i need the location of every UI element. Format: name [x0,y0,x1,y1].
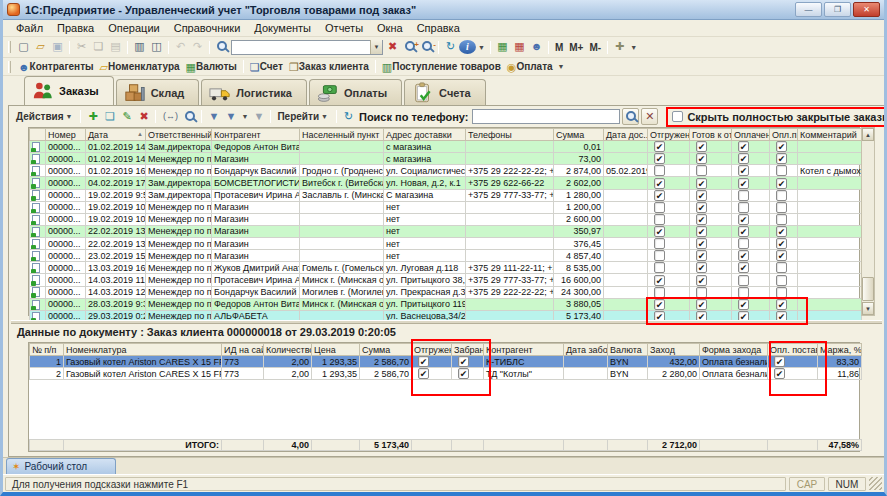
orders-column-header[interactable]: Адрес доставки [384,129,466,141]
users-icon[interactable]: ☻ [528,39,545,55]
paid-supplier-checkbox[interactable]: ✔ [776,238,787,249]
edit-icon[interactable]: ✎ [118,109,135,125]
paid-checkbox[interactable] [738,275,749,286]
paid-supplier-checkbox[interactable]: ✔ [776,178,787,189]
detail-column-header[interactable]: Форма захода [700,344,768,356]
dropdown-caret-icon[interactable]: ▼ [241,113,248,120]
order-row[interactable]: 00000...14.03.2019 11:...Менеждер по пр.… [30,274,862,286]
shipped-checkbox[interactable] [654,250,665,261]
close-button[interactable]: ✕ [853,2,880,17]
client-order-button[interactable]: ❐Заказ клиента [286,60,372,74]
hide-closed-checkbox-box[interactable] [672,111,683,122]
orders-column-header[interactable]: Ответственный [146,129,212,141]
paid-supplier-checkbox[interactable]: ✔ [776,299,787,310]
paid-checkbox[interactable]: ✔ [738,299,749,310]
paid-checkbox[interactable]: ✔ [738,250,749,261]
paid-supplier-checkbox[interactable]: ✔ [776,153,787,164]
phone-search-clear-icon[interactable]: ✕ [641,108,658,125]
dropdown-caret-icon[interactable]: ▼ [630,44,637,51]
tab-5[interactable]: Счета [404,79,486,105]
clear-search-icon[interactable]: ✖ [384,39,401,55]
shipped-checkbox[interactable]: ✔ [654,153,665,164]
shipped-checkbox[interactable]: ✔ [418,356,429,367]
order-row[interactable]: 00000...23.02.2019 15:...Менеждер по пр.… [30,250,862,262]
shipped-checkbox[interactable]: ✔ [418,368,429,379]
detail-row[interactable]: 2Газовый котел Ariston CARES X 15 FF7732… [30,368,862,380]
combo-dropdown-icon[interactable]: ▼ [370,40,382,54]
paid-checkbox[interactable]: ✔ [738,226,749,237]
desktop-window-tab[interactable]: ✶ Рабочий стол [6,458,116,474]
orders-column-header[interactable]: Комментарий [798,129,862,141]
menu-item-8[interactable]: Справка [410,21,467,35]
currencies-button[interactable]: ▦Валюты [183,60,240,74]
ready-to-ship-checkbox[interactable]: ✔ [696,190,707,201]
orders-column-header[interactable]: Номер [46,129,86,141]
vertical-scrollbar[interactable]: ▲ ▼ [861,127,875,316]
menu-item-5[interactable]: Документы [247,21,318,35]
paid-checkbox[interactable]: ✔ [738,153,749,164]
calc-m-minus-button[interactable]: M- [586,41,604,54]
orders-column-header[interactable]: Отгружен [648,129,690,141]
payment-button[interactable]: ◉Оплата [504,60,556,74]
order-row[interactable]: 00000...14.03.2019 12:...Менеждер по пр.… [30,286,862,298]
paid-checkbox[interactable] [738,190,749,201]
actions-button[interactable]: Действия▼ [13,110,77,123]
orders-column-header[interactable]: Дата дос... [604,129,648,141]
info-icon[interactable]: i [459,40,476,54]
order-row[interactable]: 00000...19.02.2019 9:5...Зам.директораПр… [30,189,862,201]
order-row[interactable]: 00000...01.02.2019 16:...Менеждер по пр.… [30,165,862,177]
paid-supplier-checkbox[interactable] [776,262,787,273]
order-row[interactable]: 00000...22.02.2019 13:...Менеждер по пр.… [30,225,862,237]
orders-column-header[interactable]: Оплачен [732,129,770,141]
paste-icon[interactable]: ▤ [107,39,124,55]
detail-column-header[interactable]: Цена [312,344,360,356]
orders-column-header[interactable] [30,129,46,141]
scroll-down-icon[interactable]: ▼ [862,302,874,315]
open-icon[interactable]: ▱ [32,39,49,55]
values-table-icon[interactable]: ▦ [494,39,511,55]
quick-search-input[interactable] [232,41,370,53]
phone-search-go-icon[interactable] [622,108,639,125]
print-icon[interactable]: ▥ [131,39,148,55]
tab-2[interactable]: Склад [116,79,200,105]
cut-icon[interactable]: ✂ [73,39,90,55]
shipped-checkbox[interactable] [654,262,665,273]
filter-by-value-icon[interactable]: ▼ [222,109,239,125]
paid-checkbox[interactable]: ✔ [738,141,749,152]
periods-table-icon[interactable]: ▦ [511,39,528,55]
tab-3[interactable]: Логистика [201,79,307,105]
paid-checkbox[interactable] [738,287,749,298]
contragents-button[interactable]: ☻Контрагенты [15,60,97,74]
paid-checkbox[interactable]: ✔ [738,262,749,273]
calc-m-plus-button[interactable]: M+ [566,41,586,54]
calc-m-button[interactable]: M [552,41,566,54]
detail-column-header[interactable]: Количество [264,344,312,356]
dropdown-caret-icon[interactable]: ▼ [478,44,485,51]
copy-icon[interactable]: ❏ [90,39,107,55]
orders-column-header[interactable]: Дата▲ [86,129,146,141]
save-icon[interactable]: ▣ [49,39,66,55]
orders-column-header[interactable]: Телефоны [466,129,554,141]
orders-column-header[interactable]: Сумма [554,129,604,141]
paid-supplier-checkbox[interactable]: ✔ [776,141,787,152]
detail-column-header[interactable]: Отгружен [412,344,452,356]
menu-item-4[interactable]: Справочники [167,21,248,35]
paid-checkbox[interactable] [738,202,749,213]
add-icon[interactable]: ✚ [84,109,101,125]
detail-column-header[interactable]: Опл. поставщ... [768,344,818,356]
paid-supplier-checkbox[interactable] [776,165,787,176]
hide-closed-checkbox[interactable]: Скрыть полностью закрытые заказы [666,107,887,127]
paid-supplier-checkbox[interactable]: ✔ [774,356,785,367]
find-icon[interactable] [213,39,230,55]
scroll-up-icon[interactable]: ▲ [862,128,874,141]
paid-checkbox[interactable]: ✔ [738,165,749,176]
order-row[interactable]: 00000...22.02.2019 13:...Менеждер по пр.… [30,238,862,250]
orders-column-header[interactable]: Населенный пункт [300,129,384,141]
orders-column-header[interactable]: Контрагент [212,129,300,141]
ready-to-ship-checkbox[interactable]: ✔ [696,262,707,273]
detail-column-header[interactable]: Номенклатура [64,344,222,356]
clear-filter-icon[interactable]: ▼ [250,109,267,125]
orders-column-header[interactable]: Готов к от... [690,129,732,141]
ready-to-ship-checkbox[interactable]: ✔ [696,141,707,152]
shipped-checkbox[interactable]: ✔ [654,275,665,286]
